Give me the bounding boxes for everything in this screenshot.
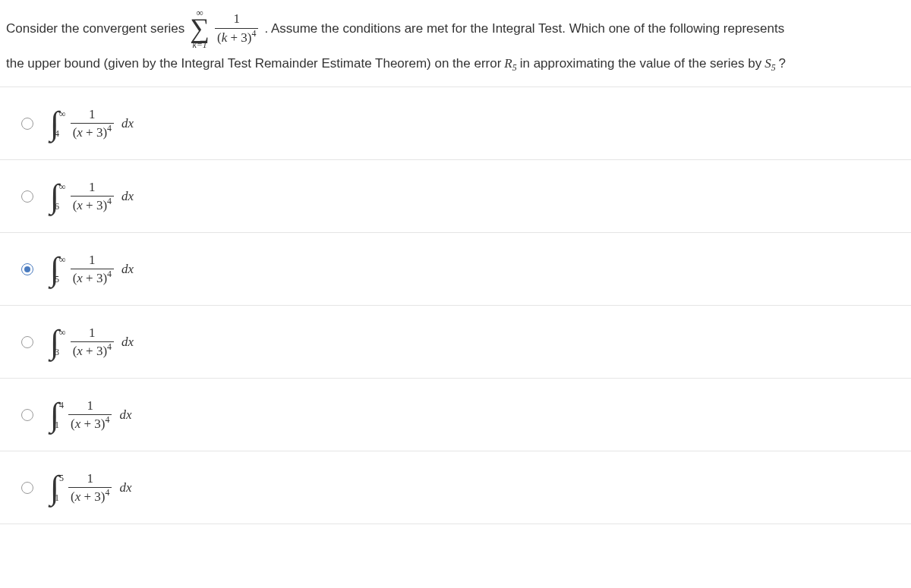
series-frac-den: (k + 3)4 (215, 30, 258, 46)
s5: S5 (764, 54, 775, 74)
integrand-den: (x + 3)4 (71, 125, 114, 140)
integrand-num: 1 (87, 180, 98, 195)
integrand-den: (x + 3)4 (68, 417, 112, 432)
r5: R5 (504, 54, 516, 74)
dx: dx (121, 262, 134, 277)
option-integral: ∫411(x + 3)4dx (50, 398, 132, 432)
integral-upper: 5 (59, 473, 64, 483)
option-integral: ∫∞61(x + 3)4dx (50, 180, 134, 213)
option-row[interactable]: ∫411(x + 3)4dx (0, 379, 911, 451)
option-integral: ∫∞41(x + 3)4dx (50, 107, 134, 140)
dx: dx (119, 407, 131, 423)
option-row[interactable]: ∫∞41(x + 3)4dx (0, 87, 911, 160)
integrand-num: 1 (87, 325, 98, 341)
radio-button[interactable] (21, 409, 33, 421)
stem-text-second-a: the upper bound (given by the Integral T… (6, 54, 501, 74)
option-integral: ∫511(x + 3)4dx (50, 471, 132, 505)
stem-text-end: ? (779, 54, 786, 74)
integral-upper: ∞ (59, 109, 66, 118)
question-stem: Consider the convergent series ∞ ∑ k=1 1… (0, 0, 911, 86)
integrand-den: (x + 3)4 (71, 344, 114, 359)
integral-block: ∫∞3 (50, 326, 66, 358)
integral-block: ∫41 (50, 399, 64, 431)
option-row[interactable]: ∫511(x + 3)4dx (0, 451, 911, 524)
integrand-num: 1 (85, 398, 96, 413)
stem-text-middle: . Assume the conditions are met for the … (264, 19, 784, 39)
integral-sign-icon: ∫ (50, 474, 59, 501)
integral-sign-icon: ∫ (50, 256, 59, 282)
dx: dx (121, 335, 134, 350)
integrand-den: (x + 3)4 (71, 271, 114, 286)
integral-block: ∫51 (50, 472, 64, 504)
integrand-fraction: 1(x + 3)4 (71, 253, 114, 286)
sigma-symbol: ∑ (190, 17, 210, 40)
options-list: ∫∞41(x + 3)4dx∫∞61(x + 3)4dx∫∞51(x + 3)4… (0, 86, 911, 524)
integral-upper: ∞ (59, 182, 66, 191)
series-expression: ∞ ∑ k=1 1 (k + 3)4 (188, 8, 261, 49)
radio-button[interactable] (21, 482, 33, 494)
integral-upper: 4 (59, 401, 64, 410)
integral-upper: ∞ (59, 328, 66, 337)
series-frac-num: 1 (231, 11, 242, 27)
option-integral: ∫∞31(x + 3)4dx (50, 325, 134, 359)
option-row[interactable]: ∫∞51(x + 3)4dx (0, 233, 911, 306)
radio-button[interactable] (21, 118, 33, 130)
integrand-den: (x + 3)4 (68, 489, 112, 505)
stem-text-second-b: in approximating the value of the series… (520, 54, 761, 74)
integral-block: ∫∞5 (50, 253, 66, 285)
sigma-block: ∞ ∑ k=1 (190, 8, 210, 49)
integral-block: ∫∞6 (50, 181, 66, 212)
radio-button[interactable] (21, 190, 33, 203)
option-integral: ∫∞51(x + 3)4dx (50, 253, 134, 286)
series-fraction: 1 (k + 3)4 (215, 11, 258, 45)
dx: dx (121, 189, 134, 204)
integral-sign-icon: ∫ (50, 183, 59, 209)
dx: dx (119, 480, 131, 495)
integral-sign-icon: ∫ (50, 110, 59, 137)
integrand-den: (x + 3)4 (71, 198, 114, 213)
dx: dx (121, 116, 134, 131)
integrand-num: 1 (87, 107, 98, 122)
radio-button[interactable] (21, 336, 33, 348)
integral-sign-icon: ∫ (50, 401, 59, 428)
integrand-num: 1 (87, 253, 98, 268)
sigma-lower: k=1 (192, 40, 206, 49)
integral-block: ∫∞4 (50, 108, 66, 140)
integrand-fraction: 1(x + 3)4 (71, 180, 114, 213)
integrand-fraction: 1(x + 3)4 (71, 107, 114, 140)
stem-text-before: Consider the convergent series (6, 19, 184, 39)
integrand-fraction: 1(x + 3)4 (68, 471, 112, 505)
integral-upper: ∞ (59, 255, 66, 264)
radio-button[interactable] (21, 263, 33, 275)
integral-sign-icon: ∫ (50, 329, 59, 355)
option-row[interactable]: ∫∞61(x + 3)4dx (0, 160, 911, 233)
integrand-fraction: 1(x + 3)4 (71, 325, 114, 359)
integrand-num: 1 (85, 471, 96, 486)
option-row[interactable]: ∫∞31(x + 3)4dx (0, 306, 911, 379)
integrand-fraction: 1(x + 3)4 (68, 398, 112, 432)
